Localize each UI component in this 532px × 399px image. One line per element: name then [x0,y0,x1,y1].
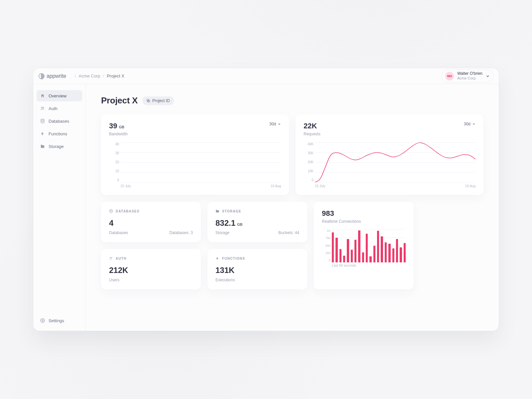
auth-value: 212K [109,266,128,275]
functions-card[interactable]: FUNCTIONS 131K Executions [207,249,307,290]
sidebar-item-label: Auth [49,106,58,111]
sidebar-item-label: Settings [49,318,64,323]
breadcrumb: / Acme Corp / Project X [72,73,124,78]
auth-label: Users [109,278,119,282]
breadcrumb-sep: / [75,73,76,78]
storage-label: Storage [215,230,229,235]
user-org: Acme Corp [457,76,482,80]
user-info: Walter O'brien Acme Corp [457,71,482,80]
breadcrumb-org[interactable]: Acme Corp [79,73,100,78]
realtime-label: Realtime Connections [322,219,406,224]
sidebar-item-functions[interactable]: Functions [37,128,82,139]
database-icon [109,209,113,213]
bandwidth-range-select[interactable]: 30d [269,122,281,126]
folder-icon [40,144,45,149]
realtime-caption: Last 60 seconds [332,264,406,267]
x-axis-end: 16 Aug [465,184,475,188]
user-menu[interactable]: WO Walter O'brien Acme Corp [442,69,493,82]
databases-card[interactable]: DATABASES 4 Databases Databases: 3 [101,202,201,242]
sidebar-item-databases[interactable]: Databases [37,115,82,127]
requests-value: 22K [304,122,321,130]
copy-icon [146,99,150,103]
brand-mark-icon [39,73,45,79]
gear-icon [40,318,45,323]
database-icon [40,118,45,124]
realtime-card: 983 Realtime Connections 1K7505002500 L [314,202,414,290]
requests-card: 22K Requests 30d 40K30K20K10K0 [296,114,483,195]
page-header: Project X Project ID [101,95,483,106]
svg-point-8 [112,257,112,258]
folder-icon [215,209,219,213]
databases-detail: Databases: 3 [169,230,193,235]
realtime-value: 983 [322,209,334,218]
app-window: appwrite / Acme Corp / Project X WO Walt… [33,68,499,331]
chevron-down-icon [486,74,490,78]
card-title: FUNCTIONS [222,257,245,260]
svg-point-3 [42,320,43,321]
sidebar-item-label: Overview [49,93,66,98]
breadcrumb-sep: / [103,73,104,78]
users-icon [40,106,45,111]
bandwidth-value: 39 GB [109,122,128,130]
chevron-down-icon [472,122,475,126]
chevron-down-icon [278,122,281,126]
sidebar-item-label: Databases [49,119,69,124]
page-title: Project X [101,95,138,106]
brand-logo[interactable]: appwrite [39,73,66,79]
nav: Overview Auth Databases [37,90,82,152]
databases-value: 4 [109,218,113,228]
bandwidth-chart: 403020100 15 July 16 Aug [109,142,281,188]
realtime-chart: 1K7505002500 Last 60 seconds [322,229,406,267]
breadcrumb-project[interactable]: Project X [107,73,124,78]
x-axis-end: 16 Aug [271,184,281,188]
sidebar-item-label: Storage [49,144,64,149]
x-axis-start: 15 July [120,184,131,188]
x-axis-start: 15 July [315,184,326,188]
users-icon [109,256,113,260]
home-icon [40,93,45,98]
requests-range-select[interactable]: 30d [464,122,475,126]
storage-card[interactable]: STORAGE 832.1 GB Storage Buckets: 44 [207,202,307,242]
auth-card[interactable]: AUTH 212K Users [101,249,201,290]
svg-point-1 [43,107,44,108]
card-title: AUTH [116,257,127,260]
svg-point-7 [110,257,111,258]
bolt-icon [215,256,219,260]
bandwidth-card: 39 GB Bandwidth 30d 403020100 [101,114,289,195]
sidebar-item-storage[interactable]: Storage [37,141,82,152]
storage-value: 832.1 [215,218,235,228]
card-title: DATABASES [116,209,140,213]
requests-chart: 40K30K20K10K0 15 July 16 Aug [304,142,475,188]
functions-label: Executions [215,278,235,282]
sidebar-item-label: Functions [49,131,67,136]
project-id-label: Project ID [152,98,170,103]
topbar: appwrite / Acme Corp / Project X WO Walt… [33,68,499,84]
bolt-icon [40,131,45,136]
functions-value: 131K [215,266,234,275]
svg-point-6 [110,209,112,210]
user-name: Walter O'brien [457,71,482,76]
bandwidth-label: Bandwidth [109,132,128,136]
main-content: Project X Project ID 39 GB [86,84,499,331]
brand-name: appwrite [47,73,66,79]
svg-point-0 [42,107,43,108]
sidebar: Overview Auth Databases [33,84,86,331]
requests-label: Requests [304,132,321,136]
databases-label: Databases [109,230,128,235]
sidebar-item-settings[interactable]: Settings [37,315,82,326]
project-id-chip[interactable]: Project ID [142,96,174,105]
storage-detail: Buckets: 44 [278,230,299,235]
avatar: WO [445,72,454,80]
card-title: STORAGE [222,209,241,213]
sidebar-item-auth[interactable]: Auth [37,103,82,114]
sidebar-item-overview[interactable]: Overview [37,90,82,101]
svg-point-2 [41,119,44,120]
